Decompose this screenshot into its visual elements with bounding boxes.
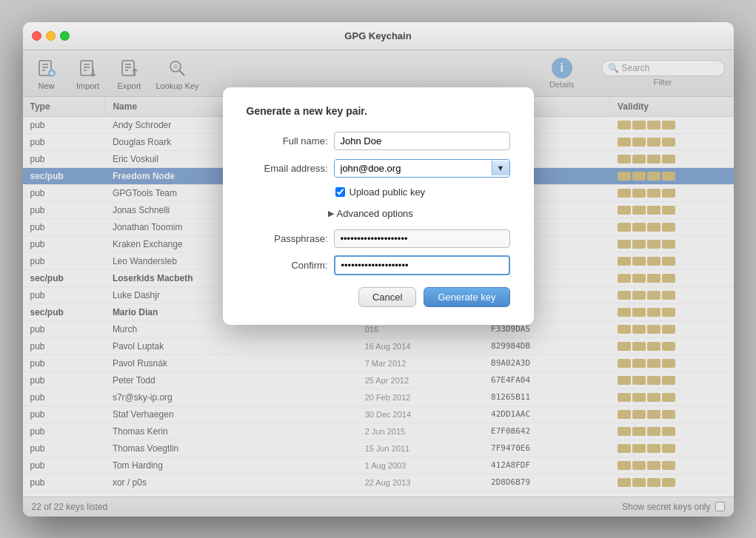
modal-title: Generate a new key pair. <box>247 105 510 117</box>
confirm-input[interactable] <box>334 255 510 275</box>
passphrase-row: Passphrase: <box>247 229 510 248</box>
close-button[interactable] <box>32 31 41 41</box>
maximize-button[interactable] <box>60 31 70 41</box>
main-window: GPG Keychain New <box>23 22 734 517</box>
fullname-label: Full name: <box>247 135 328 147</box>
generate-key-modal: Generate a new key pair. Full name: Emai… <box>223 87 534 325</box>
email-row: Email address: ▼ <box>247 159 510 178</box>
email-dropdown-button[interactable]: ▼ <box>492 161 509 175</box>
advanced-options-label: Advanced options <box>337 208 413 219</box>
email-input[interactable] <box>335 160 492 177</box>
passphrase-label: Passphrase: <box>247 233 328 244</box>
fullname-input[interactable] <box>334 132 510 150</box>
minimize-button[interactable] <box>46 31 56 41</box>
passphrase-input[interactable] <box>334 229 510 248</box>
traffic-lights <box>32 31 70 41</box>
advanced-options-row[interactable]: ▶ Advanced options <box>247 208 510 219</box>
advanced-triangle-icon: ▶ <box>328 209 334 218</box>
email-input-wrap: ▼ <box>334 159 510 178</box>
upload-public-key-checkbox[interactable] <box>335 187 345 197</box>
modal-overlay: Generate a new key pair. Full name: Emai… <box>23 50 734 517</box>
titlebar: GPG Keychain <box>23 22 734 50</box>
email-label: Email address: <box>247 163 328 174</box>
window-title: GPG Keychain <box>344 30 411 41</box>
modal-buttons: Cancel Generate key <box>247 287 510 307</box>
upload-checkbox-label: Upload public key <box>349 186 426 198</box>
confirm-row: Confirm: <box>247 255 510 275</box>
confirm-label: Confirm: <box>247 260 328 271</box>
fullname-row: Full name: <box>247 132 510 150</box>
generate-key-button[interactable]: Generate key <box>424 287 509 307</box>
cancel-button[interactable]: Cancel <box>358 287 416 307</box>
upload-checkbox-row: Upload public key <box>247 186 510 198</box>
